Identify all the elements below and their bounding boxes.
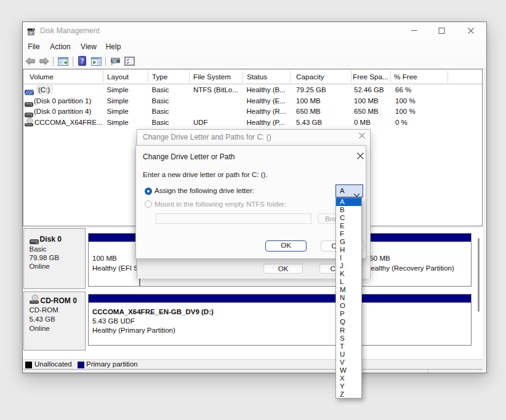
drive-letter-option[interactable]: Q xyxy=(336,318,361,326)
partition-cccoma[interactable]: CCCOMA_X64FRE_EN-GB_DV9 (D:) 5.43 GB UDF… xyxy=(88,294,472,346)
column-separator xyxy=(103,71,103,82)
assign-drive-letter-label[interactable]: Assign the following drive letter: xyxy=(155,187,254,194)
cell-status: Healthy (P... xyxy=(247,117,285,128)
column-header-pct-free[interactable]: % Free xyxy=(394,69,417,84)
assign-drive-letter-radio[interactable] xyxy=(145,188,152,195)
partition-recovery[interactable]: 650 MB Healthy (Recovery Partition) xyxy=(361,233,472,287)
cd-drive-icon xyxy=(25,117,34,129)
toolbar-separator xyxy=(53,57,54,66)
cell-volume: (Disk 0 partition 1) xyxy=(34,95,91,106)
back-dialog-title: Change Drive Letter and Paths for C: () xyxy=(143,133,271,141)
drive-letter-option[interactable]: E xyxy=(336,222,361,230)
cell-layout: Simple xyxy=(107,95,129,106)
toolbar-separator xyxy=(73,57,73,66)
drive-letter-option[interactable]: V xyxy=(336,359,361,367)
column-header-file-system[interactable]: File System xyxy=(193,69,231,84)
partition-status-label: Healthy (Primary Partition) xyxy=(92,326,214,335)
column-header-volume[interactable]: Volume xyxy=(30,69,54,84)
properties-checklist-icon[interactable] xyxy=(124,57,135,68)
drive-letter-option[interactable]: O xyxy=(336,302,361,310)
drive-letter-option[interactable]: G xyxy=(336,238,361,246)
column-header-status[interactable]: Status xyxy=(247,69,267,84)
partition-size-label: 650 MB xyxy=(366,254,454,264)
disk0-info-box[interactable]: Disk 0 Basic 79.98 GB Online xyxy=(23,228,86,289)
drive-letter-option[interactable]: F xyxy=(336,230,361,238)
partition-text: 100 MB Healthy (EFI System Partition) xyxy=(92,254,140,273)
cell-type: Basic xyxy=(152,117,169,128)
drive-letter-option[interactable]: K xyxy=(336,270,361,278)
drive-letter-option[interactable]: R xyxy=(336,327,361,335)
drive-letter-option[interactable]: I xyxy=(336,254,361,262)
primary-partition-color-swatch xyxy=(78,362,84,368)
window-title: Disk Management xyxy=(40,22,100,39)
back-icon[interactable] xyxy=(25,57,35,68)
mount-folder-label[interactable]: Mount in the following empty NTFS folder… xyxy=(155,200,286,208)
status-bar xyxy=(23,370,483,373)
drive-letter-option[interactable]: P xyxy=(336,310,361,318)
partition-efi[interactable]: 100 MB Healthy (EFI System Partition) xyxy=(88,233,140,287)
drive-letter-option[interactable]: L xyxy=(336,278,361,286)
drive-letter-option[interactable]: H xyxy=(336,246,361,254)
column-header-type[interactable]: Type xyxy=(152,69,167,84)
partition-size-label: 5.43 GB UDF xyxy=(92,317,214,326)
unallocated-label: Unallocated xyxy=(34,360,72,369)
drive-letter-option[interactable]: S xyxy=(336,335,361,343)
volume-row-c[interactable]: (C:) Simple Basic NTFS (BitLo... Healthy… xyxy=(23,84,482,95)
mount-path-input[interactable] xyxy=(156,213,311,224)
help-icon[interactable]: ? xyxy=(78,56,86,68)
drive-letter-option[interactable]: A xyxy=(336,198,361,206)
drive-letter-option[interactable]: W xyxy=(336,367,361,374)
close-button[interactable] xyxy=(460,22,481,39)
front-dialog-close-icon[interactable] xyxy=(356,151,365,160)
cdrom0-status: Online xyxy=(30,324,58,333)
column-separator xyxy=(290,71,291,82)
show-action-pane-icon[interactable] xyxy=(91,57,102,68)
maximize-button[interactable] xyxy=(431,22,452,39)
drive-letter-option[interactable]: J xyxy=(336,262,361,270)
cell-pct-free: 66 % xyxy=(395,84,411,95)
volume-row-partition4[interactable]: (Disk 0 partition 4) Simple Basic Health… xyxy=(23,106,482,117)
cd-rom-icon xyxy=(30,295,40,306)
drive-letter-combobox[interactable]: A xyxy=(335,184,363,197)
drive-letter-option[interactable]: M xyxy=(336,286,361,294)
menu-file[interactable]: File xyxy=(24,39,44,55)
cell-pct-free: 100 % xyxy=(395,106,416,117)
column-separator xyxy=(148,71,148,82)
minimize-button[interactable] xyxy=(404,22,425,39)
drive-letter-option[interactable]: B xyxy=(336,206,361,214)
cell-pct-free: 0 % xyxy=(395,117,408,128)
column-header-capacity[interactable]: Capacity xyxy=(296,69,324,84)
column-separator xyxy=(351,71,351,82)
back-dialog-ok-button[interactable]: OK xyxy=(263,264,303,274)
partition-color-strip xyxy=(89,234,139,242)
volume-row-partition1[interactable]: (Disk 0 partition 1) Simple Basic Health… xyxy=(23,95,482,106)
menu-bar: File Action View Help xyxy=(23,39,486,55)
menu-view[interactable]: View xyxy=(77,39,100,55)
drive-letter-option[interactable]: T xyxy=(336,343,361,351)
column-header-layout[interactable]: Layout xyxy=(107,69,129,84)
drive-letter-option[interactable]: Y xyxy=(336,382,361,390)
menu-action[interactable]: Action xyxy=(45,39,76,55)
front-dialog-ok-button[interactable]: OK xyxy=(265,240,307,252)
partition-color-strip xyxy=(362,234,471,242)
column-header-free-space[interactable]: Free Spa... xyxy=(353,69,388,84)
title-bar[interactable]: Disk Management xyxy=(23,22,486,39)
drive-letter-option[interactable]: X xyxy=(336,374,361,382)
rescan-disks-icon[interactable] xyxy=(110,57,120,68)
drive-letter-option[interactable]: C xyxy=(336,214,361,222)
volume-row-cccoma[interactable]: CCCOMA_X64FRE... Simple Basic UDF Health… xyxy=(23,117,482,128)
toolbar: ? xyxy=(23,55,486,69)
diskview-scrollbar[interactable] xyxy=(478,238,480,312)
cell-free-space: 52.46 GB xyxy=(354,84,384,95)
forward-icon[interactable] xyxy=(39,57,49,68)
drive-letter-option[interactable]: Z xyxy=(336,390,361,398)
app-icon xyxy=(27,27,35,38)
drive-letter-option[interactable]: U xyxy=(336,351,361,359)
cdrom0-info-box[interactable]: CD-ROM 0 CD-ROM 5.43 GB Online xyxy=(23,291,86,351)
cell-type: Basic xyxy=(152,84,169,95)
menu-help[interactable]: Help xyxy=(102,39,124,55)
drive-letter-option[interactable]: N xyxy=(336,294,361,302)
show-console-tree-icon[interactable] xyxy=(58,57,68,68)
mount-folder-radio[interactable] xyxy=(145,200,152,208)
back-dialog-close-icon[interactable] xyxy=(358,131,367,140)
